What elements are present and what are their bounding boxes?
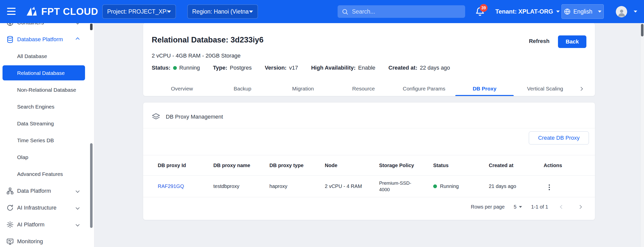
sidebar-scrollbar-thumb[interactable] (90, 143, 93, 228)
next-page-button[interactable] (575, 202, 584, 211)
column-created-at: Created at (489, 163, 544, 168)
tab-backup[interactable]: Backup (212, 81, 273, 96)
type-value: Postgres (230, 65, 252, 71)
status-text: Running (440, 183, 459, 189)
db-proxy-table: DB proxy Id DB proxy name DB proxy type … (143, 155, 595, 197)
version-label: Version: (265, 65, 287, 71)
tab-configure-params[interactable]: Configure Params (394, 81, 454, 96)
tabs-overflow-button[interactable] (575, 81, 586, 96)
sidebar-item-non-relational-database[interactable]: Non-Relational Database (0, 81, 94, 98)
back-button[interactable]: Back (558, 35, 586, 48)
sidebar-item-search-engines[interactable]: Search Engines (0, 98, 94, 115)
fpt-cloud-logo[interactable]: FPT CLOUD (26, 0, 98, 23)
status-dot-green (173, 66, 177, 70)
rows-per-page-select[interactable]: 5 (514, 204, 522, 210)
created-at-meta: Created at: 22 days ago (388, 65, 450, 71)
cell-storage-policy: Premium-SSD-4000 (379, 180, 417, 193)
sidebar-item-label: Data Platform (17, 188, 51, 194)
tenant-dropdown[interactable]: Tenant: XPLAT-ORG (495, 0, 560, 23)
high-availability-value: Enable (358, 65, 376, 71)
created-at-value: 22 days ago (420, 65, 450, 71)
sidebar-item-relational-database[interactable]: Relational Database (0, 65, 94, 81)
chevron-down-icon (556, 11, 560, 13)
sidebar-item-label: Search Engines (17, 104, 54, 110)
sidebar-item-label: Containers (17, 23, 44, 26)
tab-resource[interactable]: Resource (333, 81, 394, 96)
user-menu[interactable] (616, 0, 637, 23)
project-dropdown-label: Project: PROJECT_XPL... (107, 8, 167, 15)
chevron-down-icon (76, 206, 80, 210)
chevron-down-icon (249, 11, 253, 13)
monitoring-icon (6, 238, 14, 245)
detail-tab-bar: Overview Backup Migration Resource Confi… (152, 81, 586, 96)
ai-infrastructure-icon (6, 204, 14, 212)
sidebar-item-time-series-db[interactable]: Time Series DB (0, 132, 94, 149)
language-dropdown[interactable]: English (561, 4, 604, 19)
chevron-down-icon (634, 11, 637, 13)
sidebar-scrollbar-segment[interactable] (90, 24, 93, 30)
sidebar-item-label: Advanced Features (17, 171, 63, 177)
database-spec-subtitle: 2 vCPU - 4GB RAM - 20GB Storage (143, 48, 595, 59)
chevron-left-icon (560, 205, 564, 209)
sidebar-item-data-platform[interactable]: Data Platform (0, 182, 94, 199)
cell-db-proxy-id[interactable]: RAF291GQ (158, 183, 213, 189)
column-db-proxy-name: DB proxy name (213, 163, 269, 168)
window-scrollbar[interactable] (640, 23, 644, 247)
sidebar-item-all-database[interactable]: All Database (0, 48, 94, 65)
sidebar-item-olap[interactable]: Olap (0, 149, 94, 166)
cell-node: 2 vCPU - 4 RAM (325, 183, 379, 189)
sidebar-item-label: Non-Relational Database (17, 87, 76, 93)
pagination-range: 1-1 of 1 (531, 204, 548, 210)
tenant-label: Tenant: XPLAT-ORG (495, 8, 553, 15)
chevron-down-icon (598, 11, 601, 13)
sidebar-item-advanced-features[interactable]: Advanced Features (0, 166, 94, 182)
window-scrollbar-thumb[interactable] (641, 24, 643, 36)
row-actions-menu-icon[interactable] (547, 183, 551, 192)
previous-page-button[interactable] (557, 202, 566, 211)
created-at-label: Created at: (388, 65, 417, 71)
search-icon (342, 8, 348, 15)
type-label: Type: (213, 65, 227, 71)
status-meta: Status: Running (152, 65, 200, 71)
sidebar: Containers Database Platform All Databas… (0, 23, 94, 247)
database-icon (6, 36, 14, 43)
version-meta: Version: v17 (265, 65, 298, 71)
chevron-up-icon (76, 37, 80, 41)
high-availability-label: High Availability: (311, 65, 356, 71)
sidebar-item-ai-infrastructure[interactable]: AI Infrastructure (0, 199, 94, 216)
avatar (616, 6, 627, 17)
pagination: Rows per page 5 1-1 of 1 (143, 197, 595, 211)
sidebar-item-data-streaming[interactable]: Data Streaming (0, 115, 94, 132)
tab-vertical-scaling[interactable]: Vertical Scaling (515, 81, 575, 96)
sidebar-item-monitoring[interactable]: Monitoring (0, 233, 94, 247)
rows-per-page-value: 5 (514, 204, 516, 210)
column-actions: Actions (544, 163, 589, 168)
tab-migration[interactable]: Migration (273, 81, 333, 96)
sidebar-scrollbar[interactable] (90, 23, 93, 247)
chevron-down-icon (76, 189, 80, 193)
create-db-proxy-button[interactable]: Create DB Proxy (529, 131, 589, 144)
sidebar-item-containers[interactable]: Containers (0, 23, 94, 31)
sidebar-item-label: AI Infrastructure (17, 205, 57, 211)
notifications-button[interactable]: 39 (475, 7, 486, 17)
brand-text: FPT CLOUD (41, 6, 98, 17)
region-dropdown[interactable]: Region: Hanoi (Vietna... (187, 5, 258, 19)
main-content: Relational Database: 3d233iy6 Refresh Ba… (94, 23, 644, 247)
column-storage-policy: Storage Policy (379, 163, 433, 168)
project-dropdown[interactable]: Project: PROJECT_XPL... (102, 5, 176, 19)
hamburger-menu-icon[interactable] (7, 8, 16, 15)
sidebar-item-database-platform[interactable]: Database Platform (0, 31, 94, 48)
cell-db-proxy-name: testdbproxy (213, 183, 269, 189)
column-node: Node (325, 163, 379, 168)
sidebar-item-ai-platform[interactable]: AI Platform (0, 216, 94, 233)
status-value: Running (179, 65, 200, 71)
chevron-right-icon (579, 87, 583, 91)
ai-platform-icon (6, 221, 14, 228)
tab-overview[interactable]: Overview (152, 81, 212, 96)
user-icon (617, 8, 626, 17)
refresh-button[interactable]: Refresh (529, 38, 549, 44)
search-input[interactable] (352, 8, 461, 15)
tab-db-proxy[interactable]: DB Proxy (454, 81, 515, 96)
column-db-proxy-id: DB proxy Id (158, 163, 213, 168)
globe-icon (564, 8, 571, 15)
